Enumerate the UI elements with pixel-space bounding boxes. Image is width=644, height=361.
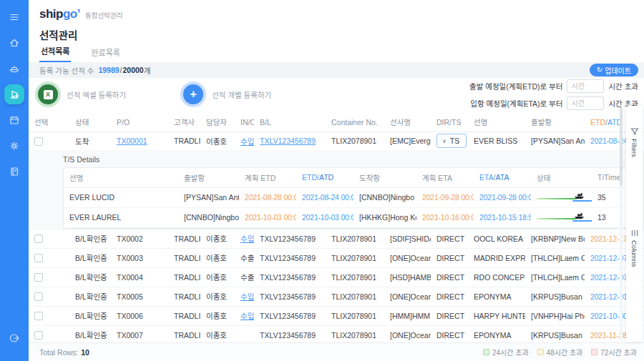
tab-shipment-list[interactable]: 선적목록 bbox=[39, 45, 71, 62]
dirts-value[interactable]: DIRECT bbox=[436, 254, 464, 262]
tab-completed-list[interactable]: 완료목록 bbox=[89, 46, 121, 62]
status-cell: B/L확인중 bbox=[69, 248, 111, 267]
row-checkbox[interactable] bbox=[34, 273, 43, 282]
po-value[interactable]: TX0003 bbox=[117, 254, 143, 262]
col-inout: IN/OUT bbox=[235, 112, 254, 132]
vessel-cell: EPONYMA bbox=[468, 287, 525, 306]
ts-details-title: T/S Details bbox=[63, 155, 644, 164]
row-checkbox[interactable] bbox=[34, 137, 43, 146]
row-group: B/L확인중 TX0002 TRADLINX 이종호 수입 TXLV123456… bbox=[29, 229, 644, 361]
quota-label: 등록 가능 선적 수 bbox=[39, 65, 94, 76]
calendar-icon[interactable] bbox=[4, 110, 24, 130]
ts-origin-cell: [PYSAN]San Antonio bbox=[178, 187, 239, 207]
po-value[interactable]: TX0007 bbox=[117, 331, 143, 340]
po-value[interactable]: TX0006 bbox=[117, 312, 143, 320]
container-cell: TLIX2078901 bbox=[326, 248, 384, 267]
row-checkbox[interactable] bbox=[34, 312, 43, 320]
ts-plan-eta-cell: 2021-09-28 00:00 bbox=[416, 187, 474, 207]
quota-unit: 개 bbox=[144, 65, 151, 76]
excel-register-label[interactable]: 선적 엑셀 등록하기 bbox=[67, 89, 126, 100]
dirts-value[interactable]: DIRECT bbox=[436, 273, 464, 282]
update-button-label: 업데이트 bbox=[605, 65, 631, 76]
quota-separator: / bbox=[120, 66, 122, 74]
footer-bar: Total Rows: 10 24시간 초과 48시간 초과 72시간 초과 bbox=[29, 342, 644, 361]
legend-48h: 48시간 초과 bbox=[537, 347, 583, 357]
excel-register-button[interactable]: X bbox=[38, 84, 58, 104]
shipment-crane-icon[interactable] bbox=[4, 84, 24, 104]
row-checkbox[interactable] bbox=[34, 234, 43, 243]
etd-filter-label: 출발 예정일(계획ETD)로 부터 bbox=[469, 81, 562, 92]
dirts-value[interactable]: DIRECT bbox=[436, 312, 464, 320]
dirts-value[interactable]: DIRECT bbox=[436, 292, 464, 301]
inout-value[interactable]: 수출 bbox=[240, 273, 254, 282]
filters-tab[interactable]: Filters bbox=[630, 127, 639, 157]
menu-icon[interactable] bbox=[4, 7, 24, 27]
ship-icon bbox=[574, 213, 585, 219]
vessel-cell: RDO CONCEPTION bbox=[468, 267, 525, 287]
update-button[interactable]: ↻ 업데이트 bbox=[590, 64, 638, 76]
home-icon[interactable] bbox=[4, 33, 24, 53]
container-cell: TLIX2078901 bbox=[326, 287, 384, 306]
etd-hours-input[interactable] bbox=[567, 79, 604, 93]
legend-24h-swatch bbox=[483, 349, 489, 355]
inout-value[interactable]: 수입 bbox=[240, 234, 254, 243]
dirts-value[interactable]: ∨TS bbox=[436, 134, 467, 148]
po-value[interactable]: TX0002 bbox=[117, 234, 143, 243]
manager-cell: 이종호 bbox=[200, 325, 235, 345]
bl-value[interactable]: TXLV123456789 bbox=[260, 137, 316, 145]
ts-etd-atd-cell: 2021-10-03 00:00 bbox=[296, 207, 353, 227]
customer-cell: TRADLINX bbox=[168, 306, 200, 325]
ts-col-plan-eta: 계획 ETA bbox=[416, 168, 474, 188]
origin-cell: [PYSAN]San Antor bbox=[525, 132, 585, 150]
carrier-cell: [ONE]Ocean N... bbox=[384, 287, 431, 306]
col-dirts: DIR/TS bbox=[431, 112, 468, 132]
legend-72h-swatch bbox=[591, 349, 597, 355]
eta-hours-input[interactable] bbox=[567, 97, 604, 110]
logout-icon[interactable] bbox=[4, 328, 24, 348]
bl-value[interactable]: TXLV123456789 bbox=[260, 292, 316, 301]
single-register-label[interactable]: 선적 개별 등록하기 bbox=[212, 89, 271, 100]
ts-row: EVER LAUREL [CNNBO]Ningbo 2021-10-03 00:… bbox=[64, 207, 626, 227]
dirts-value[interactable]: DIRECT bbox=[436, 331, 464, 340]
ts-col-status: 상태 bbox=[531, 168, 592, 188]
time-filters: 출발 예정일(계획ETD)로 부터 시간 초과 입항 예정일(계획ETA)로 부… bbox=[469, 79, 638, 110]
bl-value[interactable]: TXLV123456789 bbox=[260, 312, 316, 320]
quota-current: 19989 bbox=[98, 66, 119, 74]
row-checkbox[interactable] bbox=[34, 254, 43, 262]
po-value[interactable]: TX0004 bbox=[117, 273, 143, 282]
col-select: 선택 bbox=[29, 112, 69, 132]
po-value[interactable]: TX00001 bbox=[117, 137, 147, 145]
row-checkbox[interactable] bbox=[34, 331, 43, 340]
vessel-cell: EVER BLISS bbox=[468, 132, 525, 150]
inout-value[interactable]: 수출 bbox=[240, 254, 254, 262]
single-register-button[interactable]: + bbox=[183, 84, 203, 104]
ts-row: EVER LUCID [PYSAN]San Antonio 2021-08-28… bbox=[64, 187, 626, 207]
customer-cell: TRADLINX bbox=[168, 248, 200, 267]
col-customer: 고객사 bbox=[168, 112, 200, 132]
bl-value[interactable]: TXLV123456789 bbox=[260, 331, 316, 340]
table-row: B/L확인중 TX0007 TRADLINX 이종호 TXLV123456789… bbox=[29, 325, 644, 345]
total-rows-label: Total Rows: bbox=[39, 348, 78, 357]
bl-value[interactable]: TXLV123456789 bbox=[260, 254, 316, 262]
main-content: shipgo’ 통합선박관리 선적관리 선적목록 완료목록 등록 가능 선적 수… bbox=[29, 0, 644, 361]
columns-tab[interactable]: Columns bbox=[630, 229, 639, 267]
bl-value[interactable]: TXLV123456789 bbox=[260, 273, 316, 282]
vessel-icon[interactable] bbox=[4, 59, 24, 79]
inout-value[interactable]: 수입 bbox=[240, 292, 254, 301]
transit-progress-bar bbox=[537, 213, 592, 222]
dirts-value[interactable]: DIRECT bbox=[436, 234, 464, 243]
transit-progress-bar bbox=[537, 193, 592, 202]
inout-value[interactable]: 수입 bbox=[240, 312, 254, 320]
status-cell: B/L확인중 bbox=[69, 306, 111, 325]
settings-gear-icon[interactable] bbox=[4, 136, 24, 156]
inout-value[interactable]: 수입 bbox=[240, 137, 254, 146]
bl-value[interactable]: TXLV123456789 bbox=[260, 234, 316, 243]
carrier-cell: [ONE]Ocean N... bbox=[384, 325, 431, 345]
scrollbar-thumb[interactable] bbox=[620, 107, 623, 186]
po-value[interactable]: TX0005 bbox=[117, 292, 143, 301]
row-checkbox[interactable] bbox=[34, 292, 43, 301]
vertical-scrollbar[interactable] bbox=[620, 107, 623, 340]
ledger-book-icon[interactable] bbox=[4, 162, 24, 182]
filters-tab-label: Filters bbox=[630, 139, 638, 157]
customer-cell: TRADLINX bbox=[168, 229, 200, 248]
